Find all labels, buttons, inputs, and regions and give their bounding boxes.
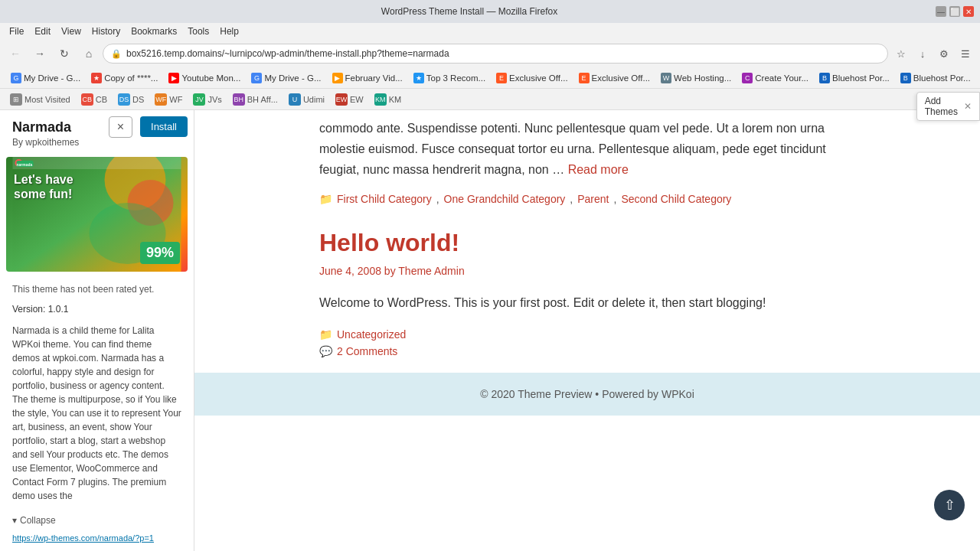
bookmark-label-10: Create Your... (755, 73, 808, 83)
bookmark-label-3: Youtube Mon... (181, 73, 240, 83)
bookmark-my-drive-1[interactable]: G My Drive - G... (6, 70, 85, 86)
theme-rating: This theme has not been rated yet. (0, 278, 194, 301)
menu-view[interactable]: View (57, 24, 86, 38)
sidebar-close-button[interactable]: × (109, 116, 132, 138)
ew-icon: EW (335, 93, 348, 106)
back-button[interactable]: ← (5, 43, 26, 64)
bookmark-copy[interactable]: ★ Copy of ****... (87, 70, 162, 86)
bookmark-label-12: Bluehost Por... (913, 73, 971, 83)
post-title[interactable]: Hello world! (319, 228, 855, 257)
bookmark-bluehost-1[interactable]: B Bluehost Por... (815, 70, 894, 86)
home-button[interactable]: ⌂ (78, 43, 100, 64)
menu-button[interactable]: ☰ (956, 44, 975, 64)
ext-bhaff-label: BH Aff... (247, 95, 278, 104)
post-author-link[interactable]: Theme Admin (398, 265, 464, 277)
bookmark-label-1: My Drive - G... (24, 73, 80, 83)
post-date-link[interactable]: June 4, 2008 (319, 265, 381, 277)
category-second-child[interactable]: Second Child Category (621, 193, 731, 205)
cat-sep-1: , (436, 193, 439, 205)
bookmark-exclusive-1[interactable]: E Exclusive Off... (492, 70, 572, 86)
content-wrapper: commodo ante. Suspendisse potenti. Nunc … (296, 110, 878, 357)
back-to-top-button[interactable]: ⇧ (934, 490, 965, 520)
bookmark-bluehost-2[interactable]: B Bluehost Por... (896, 70, 975, 86)
extensions-button[interactable]: ⚙ (934, 44, 954, 64)
post-comments-item: 💬 2 Comments (319, 345, 855, 357)
menu-edit[interactable]: Edit (30, 24, 55, 38)
ext-jvs[interactable]: JV JVs (189, 92, 225, 107)
footer-copyright: © 2020 Theme Preview • Powered by WPKoi (480, 388, 694, 400)
ext-ds-label: DS (132, 95, 144, 104)
read-more-link[interactable]: Read more (568, 163, 629, 176)
close-button[interactable]: ✕ (963, 6, 974, 17)
menu-tools[interactable]: Tools (183, 24, 214, 38)
theme-version: Version: 1.0.1 (0, 301, 194, 318)
folder-icon: 📁 (319, 193, 332, 205)
menu-bar: File Edit View History Bookmarks Tools H… (0, 23, 980, 40)
bookmark-youtube[interactable]: ▶ Youtube Mon... (164, 70, 245, 86)
bookmark-top3[interactable]: ★ Top 3 Recom... (409, 70, 490, 86)
wf-icon: WF (155, 93, 167, 106)
minimize-button[interactable]: — (936, 6, 946, 17)
ext-ds[interactable]: DS DS (114, 92, 148, 107)
bookmark-label-2: Copy of ****... (104, 73, 158, 83)
ext-km[interactable]: KM KM (371, 92, 406, 107)
window-controls: — ⬜ ✕ (936, 6, 974, 17)
post-category-item: 📁 Uncategorized (319, 328, 855, 341)
theme-sidebar: × Install Narmada By wpkoithemes (0, 110, 194, 551)
comments-link[interactable]: 2 Comments (337, 345, 397, 357)
bookmark-favicon-3: ▶ (168, 73, 179, 83)
add-themes-tab[interactable]: Add Themes ✕ (916, 92, 980, 121)
menu-help[interactable]: Help (215, 24, 243, 38)
udimi-icon: U (289, 93, 301, 106)
close-tab-icon[interactable]: ✕ (964, 101, 972, 112)
ext-wf-label: WF (169, 95, 182, 104)
theme-preview-url[interactable]: https://wp-themes.com/narmada/?p=1 (0, 532, 194, 549)
bookmark-create[interactable]: C Create Your... (737, 70, 813, 86)
toolbar-actions: ☆ ↓ ⚙ ☰ (891, 44, 975, 64)
excerpt-text: commodo ante. Suspendisse potenti. Nunc … (319, 118, 855, 181)
bookmark-february[interactable]: ▶ February Vid... (328, 70, 407, 86)
reload-button[interactable]: ↻ (54, 43, 75, 64)
menu-history[interactable]: History (87, 24, 125, 38)
forward-button[interactable]: → (29, 43, 51, 64)
bookmark-favicon-6: ★ (413, 73, 424, 83)
ext-udimi[interactable]: U Udimi (285, 92, 328, 107)
menu-bookmarks[interactable]: Bookmarks (126, 24, 181, 38)
bookmark-my-drive-2[interactable]: G My Drive - G... (247, 70, 325, 86)
collapse-button[interactable]: ▾ Collapse (0, 509, 194, 532)
preview-badge: 99% (140, 242, 180, 264)
bookmark-favicon-7: E (496, 73, 507, 83)
category-grandchild[interactable]: One Grandchild Category (444, 193, 566, 205)
url-bar[interactable]: 🔒 box5216.temp.domains/~lurnipco/wp-admi… (103, 44, 888, 64)
install-button[interactable]: Install (140, 116, 188, 137)
main-area: × Install Narmada By wpkoithemes (0, 110, 980, 551)
page-content[interactable]: commodo ante. Suspendisse potenti. Nunc … (194, 110, 980, 551)
bookmark-favicon-5: ▶ (332, 73, 343, 83)
bookmark-favicon-8: E (579, 73, 590, 83)
menu-file[interactable]: File (5, 24, 28, 38)
cat-sep-3: , (614, 193, 617, 205)
ext-km-label: KM (389, 95, 402, 104)
bookmark-label-5: February Vid... (345, 73, 403, 83)
theme-description: Narmada is a child theme for Lalita WPKo… (0, 318, 194, 509)
ext-cb[interactable]: CB CB (77, 92, 111, 107)
bookmark-webhosting[interactable]: W Web Hosting... (656, 70, 736, 86)
downloads-button[interactable]: ↓ (913, 44, 933, 64)
bookmark-label-7: Exclusive Off... (509, 73, 567, 83)
page-footer: © 2020 Theme Preview • Powered by WPKoi (194, 373, 980, 416)
ext-wf[interactable]: WF WF (151, 92, 186, 107)
bookmark-favicon-10: C (742, 73, 753, 83)
uncategorized-link[interactable]: Uncategorized (337, 328, 406, 341)
km-icon: KM (374, 93, 387, 106)
ext-bhaff[interactable]: BH BH Aff... (229, 92, 282, 107)
star-button[interactable]: ☆ (891, 44, 911, 64)
category-first-child[interactable]: First Child Category (337, 193, 432, 205)
ext-most-visited[interactable]: ⊞ Most Visited (6, 92, 74, 107)
bookmark-label-9: Web Hosting... (674, 73, 731, 83)
ds-icon: DS (118, 93, 130, 106)
ext-ew[interactable]: EW EW (332, 92, 368, 107)
post-meta-by: by (384, 265, 398, 277)
bookmark-exclusive-2[interactable]: E Exclusive Off... (574, 70, 655, 86)
maximize-button[interactable]: ⬜ (949, 6, 960, 17)
category-parent[interactable]: Parent (577, 193, 609, 205)
